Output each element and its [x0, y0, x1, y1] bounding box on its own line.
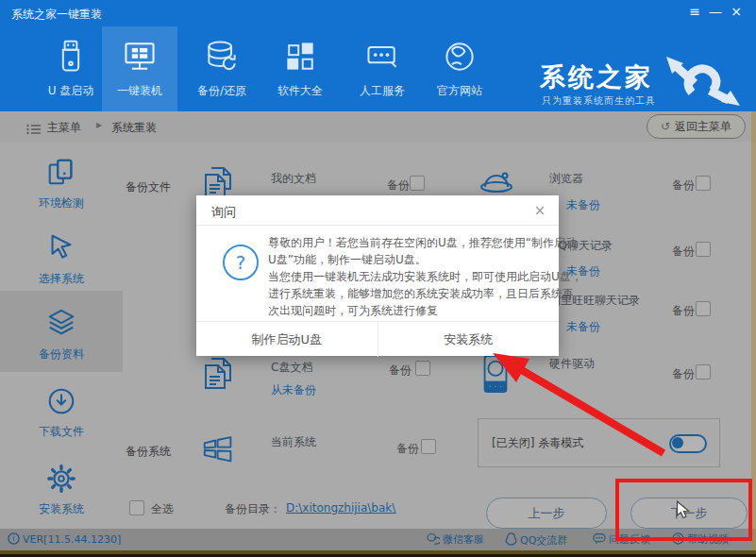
question-dialog: 询问 × ? 尊敬的用户！若您当前存在空闲的U盘，推荐您使用“制作启动 U盘”功… — [196, 195, 559, 356]
minimize-icon[interactable]: — — [705, 4, 726, 19]
app-window: 系统之家一键重装 ≡—× U 盘启动 一键装机 备份/还原 软件大全 人工服务 … — [0, 0, 756, 557]
close-icon[interactable]: × — [726, 4, 747, 19]
mouse-cursor-icon — [676, 500, 691, 519]
dialog-message-line: U盘”功能，制作一键启动U盘。 — [268, 251, 553, 268]
nav-item-support[interactable]: 人工服务 — [344, 26, 420, 111]
make-boot-usb-button[interactable]: 制作启动U盘 — [196, 322, 378, 357]
dialog-message-line: 进行系统重装，能够增加您的系统安装成功率，且日后系统再 — [268, 285, 553, 302]
nav-item-website[interactable]: 官方网站 — [422, 26, 497, 111]
dialog-message-line: 次出现问题时，可为系统进行修复 — [268, 302, 553, 319]
nav-label: 软件大全 — [262, 83, 338, 99]
dialog-message-line: 当您使用一键装机无法成功安装系统时，即可使用此启动U盘， — [268, 268, 553, 285]
nav-label: 一键装机 — [102, 83, 177, 99]
support-chat-icon — [363, 61, 401, 79]
dialog-title: 询问 — [211, 204, 236, 221]
monitor-icon — [121, 61, 159, 79]
nav-item-one-key-install[interactable]: 一键装机 — [102, 26, 177, 111]
app-body: 主菜单 ▶ 系统重装 ↺返回主菜单 环境检测 选择系统 备份资料 — [0, 111, 756, 550]
dialog-message: 尊敬的用户！若您当前存在空闲的U盘，推荐您使用“制作启动 U盘”功能，制作一键启… — [268, 234, 553, 319]
usb-icon — [52, 61, 90, 79]
dialog-buttons: 制作启动U盘 安装系统 — [196, 321, 559, 357]
logo-tagline: 只为重装系统而生的工具 — [542, 94, 656, 108]
nav-label: U 盘启动 — [33, 83, 109, 99]
globe-icon — [441, 61, 479, 79]
dialog-close-icon[interactable]: × — [532, 202, 547, 219]
nav-item-backup-restore[interactable]: 备份/还原 — [184, 26, 260, 111]
titlebar: 系统之家一键重装 ≡—× — [0, 0, 756, 26]
menu-icon[interactable]: ≡ — [684, 4, 705, 19]
nav-item-usb-boot[interactable]: U 盘启动 — [33, 26, 109, 111]
question-mark-icon: ? — [223, 245, 259, 280]
logo-title: 系统之家 — [540, 60, 653, 94]
nav-label: 官方网站 — [422, 83, 497, 99]
nav-label: 人工服务 — [344, 83, 420, 99]
window-title: 系统之家一键重装 — [11, 7, 102, 23]
install-system-button[interactable]: 安装系统 — [378, 322, 560, 357]
nav-item-software[interactable]: 软件大全 — [262, 26, 338, 111]
main-nav: U 盘启动 一键装机 备份/还原 软件大全 人工服务 官方网站 系统之家 只为重… — [0, 26, 756, 111]
nav-label: 备份/还原 — [184, 83, 260, 99]
dialog-separator — [196, 225, 559, 226]
apps-icon — [281, 61, 319, 79]
swoosh-arrow-icon — [661, 55, 748, 111]
dialog-message-line: 尊敬的用户！若您当前存在空闲的U盘，推荐您使用“制作启动 — [268, 234, 553, 251]
database-restore-icon — [203, 61, 241, 79]
